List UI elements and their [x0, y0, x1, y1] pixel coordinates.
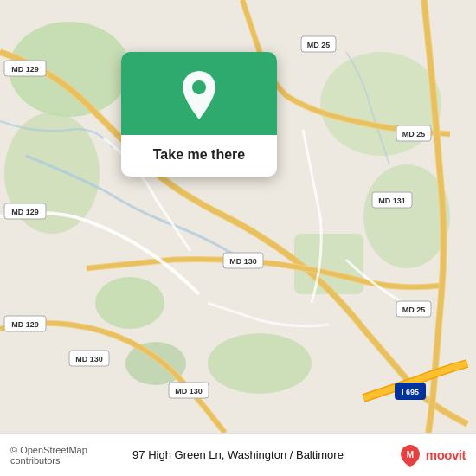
svg-text:MD 129: MD 129: [11, 65, 39, 74]
location-pin-icon: [178, 71, 220, 119]
moovit-logo: M moovit: [352, 443, 466, 467]
copyright-text: © OpenStreetMap contributors: [10, 445, 125, 466]
moovit-brand-icon: M: [398, 443, 422, 467]
svg-point-3: [95, 277, 164, 329]
svg-text:MD 130: MD 130: [229, 257, 257, 266]
svg-text:MD 130: MD 130: [175, 387, 203, 396]
moovit-brand-text: moovit: [426, 447, 466, 462]
svg-text:M: M: [407, 450, 414, 460]
svg-point-31: [192, 80, 206, 94]
map-container: MD 129 MD 25 MD 25 MD 129 MD 130 MD 129 …: [0, 0, 476, 433]
svg-text:MD 130: MD 130: [75, 355, 103, 363]
location-title: 97 High Green Ln, Washington / Baltimore: [125, 448, 352, 461]
take-me-there-button[interactable]: Take me there: [121, 135, 277, 177]
svg-text:MD 25: MD 25: [402, 306, 426, 314]
popup-card[interactable]: Take me there: [121, 52, 277, 177]
svg-point-6: [208, 333, 312, 394]
svg-text:MD 129: MD 129: [11, 320, 39, 329]
bottom-bar: © OpenStreetMap contributors 97 High Gre…: [0, 433, 476, 476]
svg-text:MD 129: MD 129: [11, 208, 39, 216]
svg-text:MD 131: MD 131: [378, 196, 406, 205]
svg-text:MD 25: MD 25: [307, 41, 331, 49]
popup-green-area: [121, 52, 277, 135]
svg-text:MD 25: MD 25: [402, 130, 426, 138]
svg-text:I 695: I 695: [402, 388, 419, 396]
